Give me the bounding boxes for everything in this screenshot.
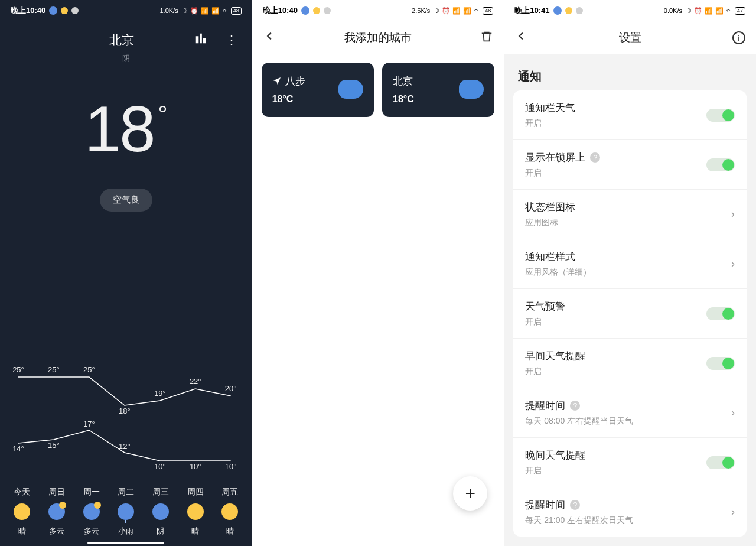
- forecast-day[interactable]: 周一多云: [75, 487, 108, 537]
- item-title: 天气预警: [525, 300, 565, 313]
- more-icon[interactable]: ⋮: [225, 32, 238, 48]
- toggle-switch[interactable]: [706, 109, 735, 122]
- sun-icon: [14, 503, 30, 520]
- back-button[interactable]: [263, 30, 276, 46]
- condition-text: 阴: [0, 53, 252, 64]
- notif-icon: [49, 6, 57, 15]
- help-icon[interactable]: ?: [570, 401, 580, 411]
- forecast-day[interactable]: 周五晴: [213, 487, 246, 537]
- item-title: 通知栏样式: [525, 250, 591, 264]
- toggle-switch[interactable]: [706, 307, 735, 320]
- add-city-button[interactable]: +: [453, 476, 487, 511]
- settings-item[interactable]: 天气预警开启: [513, 289, 747, 339]
- settings-list: 通知栏天气开启显示在锁屏上?开启状态栏图标应用图标›通知栏样式应用风格（详细）›…: [513, 90, 747, 537]
- sun-icon: [187, 503, 204, 520]
- header: 设置 i: [504, 21, 756, 54]
- status-bar: 晚上10:40 2.5K/s ☽ ⏰ 📶 📶 ᯤ 48: [252, 0, 504, 21]
- cond-label: 多云: [49, 526, 64, 537]
- city-name[interactable]: 北京: [109, 32, 134, 48]
- day-label: 周五: [221, 487, 238, 498]
- signal-icon: 📶: [463, 7, 471, 15]
- temp-value: 18: [84, 96, 154, 161]
- net-speed: 0.0K/s: [664, 7, 682, 14]
- item-title: 状态栏图标: [525, 200, 575, 214]
- item-subtitle: 每天 08:00 左右提醒当日天气: [525, 416, 633, 427]
- page-title: 设置: [619, 30, 641, 46]
- sun-icon: [221, 503, 238, 520]
- forecast-row: 今天晴周日多云周一多云周二小雨周三阴周四晴周五晴: [0, 487, 252, 537]
- forecast-day[interactable]: 周四晴: [179, 487, 212, 537]
- chevron-right-icon: ›: [731, 506, 735, 518]
- settings-screen: 晚上10:41 0.0K/s ☽ ⏰ 📶 📶 ᯤ 47 设置 i 通知 通知栏天…: [504, 0, 756, 546]
- city-cards: 八步18°C北京18°C: [252, 54, 504, 125]
- info-icon[interactable]: i: [732, 31, 745, 44]
- city-card[interactable]: 八步18°C: [262, 63, 374, 117]
- notif-icon: [313, 7, 320, 14]
- svg-text:25°: 25°: [12, 365, 24, 374]
- city-name: 北京: [393, 74, 414, 88]
- settings-item[interactable]: 早间天气提醒开启: [513, 339, 747, 388]
- svg-text:15°: 15°: [48, 441, 60, 450]
- signal-icon: 📶: [705, 7, 713, 15]
- current-temp: 18 °: [0, 96, 252, 161]
- alarm-icon: ⏰: [442, 7, 450, 15]
- day-label: 周二: [118, 487, 134, 498]
- toggle-switch[interactable]: [706, 357, 735, 370]
- clock: 晚上10:41: [514, 5, 549, 16]
- chevron-right-icon: ›: [731, 258, 735, 270]
- trash-icon[interactable]: [480, 30, 493, 46]
- settings-item[interactable]: 提醒时间?每天 21:00 左右提醒次日天气›: [513, 488, 747, 537]
- item-title: 晚间天气提醒: [525, 448, 585, 462]
- toggle-switch[interactable]: [706, 158, 735, 171]
- moon-icon: ☽: [686, 7, 692, 15]
- toggle-switch[interactable]: [706, 456, 735, 469]
- battery: 48: [231, 7, 242, 15]
- page-title: 我添加的城市: [344, 30, 412, 46]
- settings-item[interactable]: 提醒时间?每天 08:00 左右提醒当日天气›: [513, 388, 747, 438]
- svg-text:10°: 10°: [225, 462, 237, 471]
- chevron-right-icon: ›: [731, 208, 735, 220]
- cloud-sun-icon: [83, 503, 100, 520]
- help-icon[interactable]: ?: [570, 500, 580, 510]
- forecast-day[interactable]: 周二小雨: [109, 487, 142, 537]
- city-card[interactable]: 北京18°C: [382, 63, 494, 117]
- item-title: 早间天气提醒: [525, 349, 585, 363]
- settings-item[interactable]: 通知栏天气开启: [513, 90, 747, 140]
- moon-icon: ☽: [182, 7, 188, 15]
- svg-text:10°: 10°: [154, 462, 166, 471]
- buildings-icon[interactable]: [194, 32, 207, 48]
- cloud-icon: [338, 80, 363, 99]
- notif-icon: [71, 7, 79, 14]
- signal-icon: 📶: [452, 7, 461, 15]
- air-quality: 空气良: [0, 188, 252, 212]
- item-subtitle: 开启: [525, 118, 575, 129]
- notif-icon: [553, 6, 562, 15]
- notif-icon: [61, 7, 68, 14]
- item-subtitle: 应用图标: [525, 217, 575, 228]
- chevron-right-icon: ›: [731, 407, 735, 419]
- forecast-day[interactable]: 周三阴: [144, 487, 177, 537]
- wifi-icon: ᯤ: [222, 7, 229, 14]
- item-subtitle: 每天 21:00 左右提醒次日天气: [525, 515, 633, 526]
- svg-text:14°: 14°: [12, 444, 24, 453]
- settings-item[interactable]: 显示在锁屏上?开启: [513, 140, 747, 190]
- day-label: 周日: [48, 487, 65, 498]
- signal-icon: 📶: [211, 7, 220, 15]
- cond-label: 阴: [157, 526, 164, 537]
- air-chip[interactable]: 空气良: [100, 188, 152, 212]
- forecast-day[interactable]: 今天晴: [5, 487, 38, 537]
- wifi-icon: ᯤ: [726, 7, 732, 14]
- settings-item[interactable]: 通知栏样式应用风格（详细）›: [513, 239, 747, 289]
- settings-item[interactable]: 状态栏图标应用图标›: [513, 190, 747, 239]
- help-icon[interactable]: ?: [590, 152, 600, 162]
- settings-item[interactable]: 晚间天气提醒开启: [513, 438, 747, 488]
- day-label: 今天: [14, 487, 30, 498]
- cond-label: 多云: [84, 526, 99, 537]
- item-title: 通知栏天气: [525, 101, 575, 115]
- forecast-day[interactable]: 周日多云: [40, 487, 73, 537]
- city-name: 八步: [272, 74, 305, 88]
- home-indicator[interactable]: [87, 542, 164, 544]
- back-button[interactable]: [514, 30, 527, 46]
- item-subtitle: 开启: [525, 317, 565, 327]
- city-temp: 18°C: [393, 94, 414, 105]
